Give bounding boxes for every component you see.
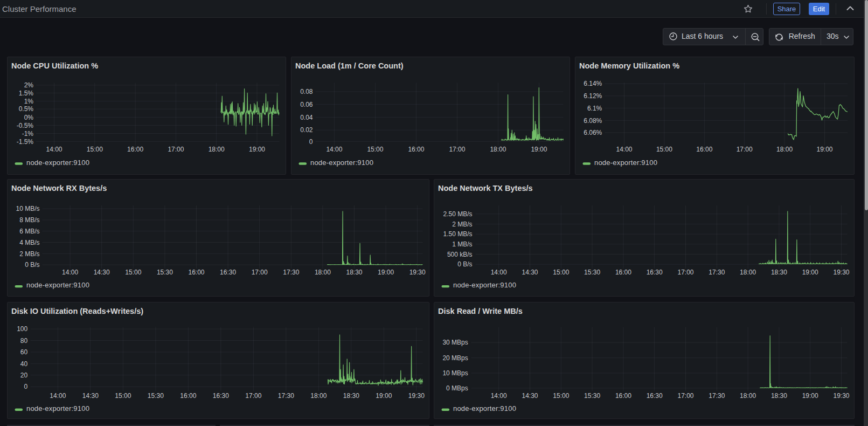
- svg-text:15:30: 15:30: [147, 391, 163, 399]
- svg-text:6 MB/s: 6 MB/s: [19, 228, 39, 235]
- svg-text:node-exporter:9100: node-exporter:9100: [453, 281, 516, 289]
- svg-text:19:00: 19:00: [802, 391, 818, 399]
- svg-text:16:00: 16:00: [615, 269, 631, 276]
- svg-text:17:30: 17:30: [283, 269, 299, 276]
- svg-text:17:30: 17:30: [709, 269, 725, 276]
- svg-text:16:30: 16:30: [646, 269, 662, 276]
- svg-text:10 MB/s: 10 MB/s: [16, 205, 39, 212]
- svg-text:15:00: 15:00: [125, 269, 141, 276]
- svg-text:16:30: 16:30: [220, 269, 236, 276]
- svg-text:14:30: 14:30: [522, 269, 538, 276]
- svg-text:6.14%: 6.14%: [584, 80, 602, 87]
- svg-text:14:00: 14:00: [490, 269, 506, 276]
- svg-text:17:00: 17:00: [677, 391, 693, 399]
- svg-text:18:00: 18:00: [740, 269, 756, 276]
- svg-text:14:30: 14:30: [82, 391, 98, 399]
- svg-text:16:30: 16:30: [646, 391, 662, 399]
- svg-text:0 B/s: 0 B/s: [25, 261, 39, 269]
- svg-text:node-exporter:9100: node-exporter:9100: [26, 158, 89, 166]
- svg-text:14:30: 14:30: [522, 391, 538, 399]
- svg-text:node-exporter:9100: node-exporter:9100: [453, 404, 516, 412]
- svg-text:0.02: 0.02: [300, 126, 313, 134]
- svg-text:0: 0: [309, 138, 313, 145]
- svg-text:16:30: 16:30: [212, 391, 228, 399]
- svg-text:15:00: 15:00: [553, 391, 569, 399]
- svg-text:15:00: 15:00: [86, 146, 102, 153]
- svg-text:19:00: 19:00: [802, 269, 818, 276]
- svg-text:16:00: 16:00: [180, 391, 196, 399]
- svg-text:15:00: 15:00: [115, 391, 131, 399]
- svg-text:16:00: 16:00: [188, 269, 204, 276]
- svg-text:19:00: 19:00: [248, 146, 265, 153]
- svg-text:0.5%: 0.5%: [18, 105, 33, 113]
- svg-text:6.06%: 6.06%: [584, 129, 602, 136]
- svg-text:1 MB/s: 1 MB/s: [452, 241, 472, 248]
- svg-text:17:00: 17:00: [251, 269, 267, 276]
- svg-text:0.06: 0.06: [300, 100, 313, 108]
- svg-text:18:30: 18:30: [346, 269, 362, 276]
- svg-text:15:00: 15:00: [367, 146, 383, 153]
- svg-text:0 B/s: 0 B/s: [457, 260, 472, 268]
- svg-text:15:30: 15:30: [584, 269, 600, 276]
- svg-text:node-exporter:9100: node-exporter:9100: [310, 158, 373, 166]
- svg-text:40: 40: [20, 360, 27, 367]
- svg-text:15:00: 15:00: [656, 146, 672, 153]
- svg-text:15:00: 15:00: [553, 269, 569, 276]
- svg-text:14:30: 14:30: [93, 269, 109, 276]
- svg-text:10 MBps: 10 MBps: [442, 369, 468, 377]
- svg-text:Node Load (1m / Core Count): Node Load (1m / Core Count): [295, 61, 404, 70]
- svg-text:17:00: 17:00: [245, 391, 261, 399]
- svg-text:1%: 1%: [24, 97, 33, 105]
- svg-text:15:30: 15:30: [156, 269, 172, 276]
- svg-text:2 MB/s: 2 MB/s: [19, 250, 39, 258]
- svg-text:19:30: 19:30: [833, 391, 849, 399]
- svg-text:19:30: 19:30: [409, 269, 425, 276]
- svg-text:14:00: 14:00: [62, 269, 78, 276]
- svg-text:16:00: 16:00: [615, 391, 631, 399]
- svg-text:-0.5%: -0.5%: [16, 121, 33, 129]
- svg-text:0.08: 0.08: [300, 88, 313, 95]
- svg-text:19:00: 19:00: [378, 269, 394, 276]
- svg-text:14:00: 14:00: [46, 146, 62, 153]
- svg-text:17:00: 17:00: [449, 146, 465, 153]
- svg-text:18:00: 18:00: [310, 391, 327, 399]
- svg-text:16:00: 16:00: [127, 146, 143, 153]
- svg-text:0.04: 0.04: [300, 113, 313, 121]
- svg-text:-1%: -1%: [22, 129, 33, 137]
- svg-text:60: 60: [20, 348, 27, 356]
- svg-text:80: 80: [20, 336, 27, 344]
- svg-text:18:00: 18:00: [776, 146, 793, 153]
- svg-text:4 MB/s: 4 MB/s: [19, 239, 39, 246]
- svg-text:14:00: 14:00: [50, 391, 66, 399]
- svg-text:Disk Read / Write MB/s: Disk Read / Write MB/s: [438, 307, 523, 315]
- svg-text:17:30: 17:30: [277, 391, 294, 399]
- svg-text:19:00: 19:00: [531, 146, 547, 153]
- svg-text:6.1%: 6.1%: [587, 104, 602, 112]
- svg-text:1.5%: 1.5%: [18, 89, 33, 97]
- svg-text:500 kB/s: 500 kB/s: [447, 251, 472, 258]
- svg-text:30 MBps: 30 MBps: [442, 339, 468, 346]
- svg-text:17:00: 17:00: [677, 269, 693, 276]
- svg-text:node-exporter:9100: node-exporter:9100: [26, 281, 89, 289]
- svg-text:19:30: 19:30: [833, 269, 849, 276]
- svg-text:node-exporter:9100: node-exporter:9100: [594, 158, 657, 166]
- svg-text:18:30: 18:30: [770, 269, 787, 276]
- svg-text:20 MBps: 20 MBps: [442, 354, 468, 361]
- svg-text:2 MB/s: 2 MB/s: [452, 221, 472, 228]
- svg-text:Node Memory Utilization %: Node Memory Utilization %: [579, 61, 679, 70]
- svg-text:Node Network RX Bytes/s: Node Network RX Bytes/s: [11, 184, 107, 193]
- svg-text:Node Network TX Bytes/s: Node Network TX Bytes/s: [438, 184, 533, 193]
- svg-text:-1.5%: -1.5%: [16, 138, 33, 145]
- svg-text:18:00: 18:00: [208, 146, 224, 153]
- svg-text:18:00: 18:00: [740, 391, 756, 399]
- svg-text:Disk IO Utilization (Reads+Wri: Disk IO Utilization (Reads+Writes/s): [11, 307, 143, 315]
- svg-text:100: 100: [17, 325, 27, 333]
- svg-text:17:00: 17:00: [168, 146, 184, 153]
- svg-text:16:00: 16:00: [696, 146, 712, 153]
- svg-text:20: 20: [20, 371, 27, 379]
- svg-text:0%: 0%: [24, 113, 33, 121]
- svg-text:18:00: 18:00: [314, 269, 330, 276]
- svg-text:15:30: 15:30: [584, 391, 600, 399]
- svg-text:18:00: 18:00: [490, 146, 506, 153]
- svg-text:19:00: 19:00: [816, 146, 832, 153]
